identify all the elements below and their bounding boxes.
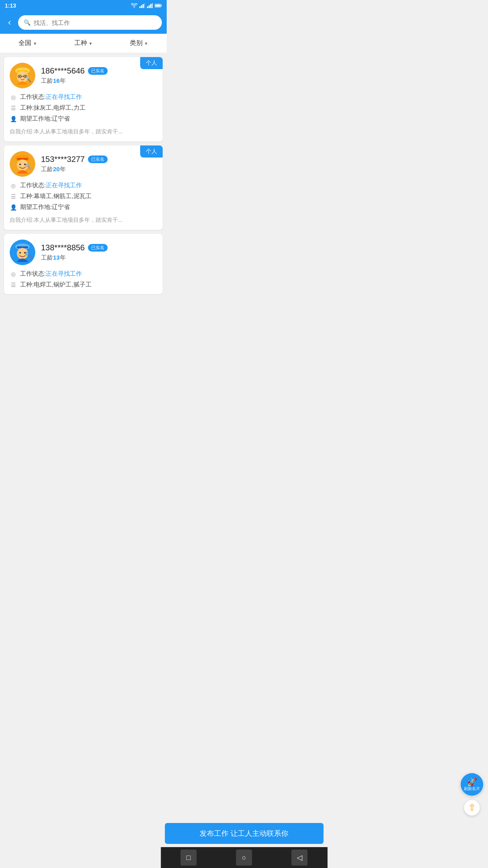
svg-point-22 (26, 77, 29, 79)
card-2-type-tag: 个人 (140, 145, 163, 158)
card-1-body: ◎ 工作状态:正在寻找工作 ☰ 工种:抹灰工,电焊工,力工 👤 期望工作地:辽宁… (10, 93, 157, 136)
filter-category[interactable]: 类别 ▼ (123, 36, 155, 51)
search-input[interactable] (34, 19, 156, 26)
svg-point-20 (25, 76, 26, 77)
card-2-status-value: 正在寻找工作 (46, 182, 82, 188)
svg-point-37 (19, 252, 21, 254)
search-bar[interactable]: 🔍 (18, 15, 162, 30)
filter-job-type-label: 工种 (74, 39, 87, 47)
svg-rect-11 (155, 5, 160, 7)
header: ‹ 🔍 (0, 11, 167, 34)
card-2-location-row: 👤 期望工作地:辽宁省 (10, 203, 157, 211)
card-2-status-label: 工作状态:正在寻找工作 (20, 182, 82, 189)
svg-point-42 (26, 252, 29, 255)
card-3-job-types: 工种:电焊工,锅炉工,腻子工 (20, 281, 92, 289)
card-3-verified: 已实名 (88, 244, 108, 252)
card-2-work-years: 工龄20年 (41, 166, 157, 173)
card-list: 186****5646 已实名 工龄16年 个人 ◎ 工作状态:正在寻找工作 ☰… (0, 53, 167, 326)
jobs-icon-1: ☰ (10, 105, 17, 111)
card-3-header: 138****8856 已实名 工龄13年 (10, 240, 157, 265)
wifi-icon (131, 3, 137, 8)
card-2-years: 20 (53, 166, 60, 172)
status-bar: 1:13 (0, 0, 167, 11)
card-2-intro: 自我介绍:本人从事工地项目多年，踏实肯干... (10, 216, 157, 224)
worker-card-3[interactable]: 138****8856 已实名 工龄13年 ◎ 工作状态:正在寻找工作 ☰ 工种… (4, 234, 163, 294)
card-3-jobs-row: ☰ 工种:电焊工,锅炉工,腻子工 (10, 281, 157, 289)
filter-bar: 全国 ▼ 工种 ▼ 类别 ▼ (0, 34, 167, 53)
svg-rect-4 (144, 3, 145, 8)
signal-icon (139, 3, 145, 8)
status-icon-2: ◎ (10, 182, 17, 189)
svg-point-19 (19, 76, 20, 77)
filter-category-arrow: ▼ (144, 41, 148, 46)
card-3-status-row: ◎ 工作状态:正在寻找工作 (10, 270, 157, 278)
card-3-status-value: 正在寻找工作 (46, 270, 82, 277)
svg-point-28 (24, 164, 26, 165)
card-1-name-row: 186****5646 已实名 (41, 66, 157, 76)
card-3-body: ◎ 工作状态:正在寻找工作 ☰ 工种:电焊工,锅炉工,腻子工 (10, 270, 157, 289)
filter-job-type[interactable]: 工种 ▼ (68, 36, 99, 51)
svg-rect-6 (149, 5, 150, 8)
jobs-icon-2: ☰ (10, 193, 17, 200)
svg-point-15 (17, 71, 28, 82)
card-1-location-row: 👤 期望工作地:辽宁省 (10, 115, 157, 123)
jobs-icon-3: ☰ (10, 282, 17, 288)
filter-region[interactable]: 全国 ▼ (12, 36, 43, 51)
svg-rect-1 (139, 6, 141, 8)
svg-rect-7 (150, 4, 151, 8)
card-2-user-info: 153****3277 已实名 工龄20年 (41, 155, 157, 173)
card-2-status-row: ◎ 工作状态:正在寻找工作 (10, 182, 157, 189)
svg-point-27 (19, 164, 21, 165)
svg-point-32 (26, 164, 29, 167)
status-icon-1: ◎ (10, 94, 17, 100)
card-2-job-types: 工种:幕墙工,钢筋工,泥瓦工 (20, 192, 92, 200)
card-1-user-info: 186****5646 已实名 工龄16年 (41, 66, 157, 85)
card-1-intro: 自我介绍:本人从事工地项目多年，踏实肯干... (10, 127, 157, 136)
card-1-phone: 186****5646 (41, 66, 85, 76)
card-3-work-years: 工龄13年 (41, 254, 157, 262)
card-1-jobs-row: ☰ 工种:抹灰工,电焊工,力工 (10, 104, 157, 112)
card-3-years: 13 (53, 254, 60, 261)
svg-point-39 (17, 254, 20, 256)
signal2-icon (147, 3, 153, 8)
card-1-work-years: 工龄16年 (41, 77, 157, 85)
card-2-location: 期望工作地:辽宁省 (20, 203, 70, 211)
svg-rect-5 (147, 6, 148, 8)
back-button[interactable]: ‹ (5, 16, 14, 29)
card-3-user-info: 138****8856 已实名 工龄13年 (41, 243, 157, 262)
avatar-1 (10, 63, 35, 88)
search-icon: 🔍 (24, 19, 31, 26)
filter-region-arrow: ▼ (33, 41, 37, 46)
battery-icon (155, 3, 162, 8)
card-2-jobs-row: ☰ 工种:幕墙工,钢筋工,泥瓦工 (10, 192, 157, 200)
card-1-status-label: 工作状态:正在寻找工作 (20, 93, 82, 101)
card-3-status-label: 工作状态:正在寻找工作 (20, 270, 82, 278)
location-icon-1: 👤 (10, 116, 17, 122)
worker-card-2[interactable]: 153****3277 已实名 工龄20年 个人 ◎ 工作状态:正在寻找工作 ☰… (4, 145, 163, 230)
filter-category-label: 类别 (130, 39, 143, 47)
svg-rect-8 (152, 3, 153, 8)
card-1-years: 16 (53, 77, 60, 84)
card-2-name-row: 153****3277 已实名 (41, 155, 157, 164)
status-icons (131, 3, 162, 8)
card-1-status-row: ◎ 工作状态:正在寻找工作 (10, 93, 157, 101)
svg-rect-2 (141, 5, 142, 8)
filter-region-label: 全国 (18, 39, 31, 47)
card-2-body: ◎ 工作状态:正在寻找工作 ☰ 工种:幕墙工,钢筋工,泥瓦工 👤 期望工作地:辽… (10, 182, 157, 224)
svg-point-29 (17, 165, 20, 168)
avatar-3 (10, 240, 35, 265)
svg-rect-10 (161, 5, 162, 6)
card-1-status-value: 正在寻找工作 (46, 93, 82, 100)
status-icon-3: ◎ (10, 271, 17, 277)
time: 1:13 (5, 2, 16, 9)
svg-rect-3 (143, 4, 144, 8)
card-2-verified: 已实名 (88, 156, 108, 163)
worker-card-1[interactable]: 186****5646 已实名 工龄16年 个人 ◎ 工作状态:正在寻找工作 ☰… (4, 57, 163, 141)
card-1-job-types: 工种:抹灰工,电焊工,力工 (20, 104, 86, 112)
card-2-header: 153****3277 已实名 工龄20年 (10, 151, 157, 177)
svg-point-38 (24, 252, 26, 254)
card-1-type-tag: 个人 (140, 57, 163, 69)
card-2-phone: 153****3277 (41, 155, 85, 164)
card-1-location: 期望工作地:辽宁省 (20, 115, 70, 123)
card-3-name-row: 138****8856 已实名 (41, 243, 157, 252)
